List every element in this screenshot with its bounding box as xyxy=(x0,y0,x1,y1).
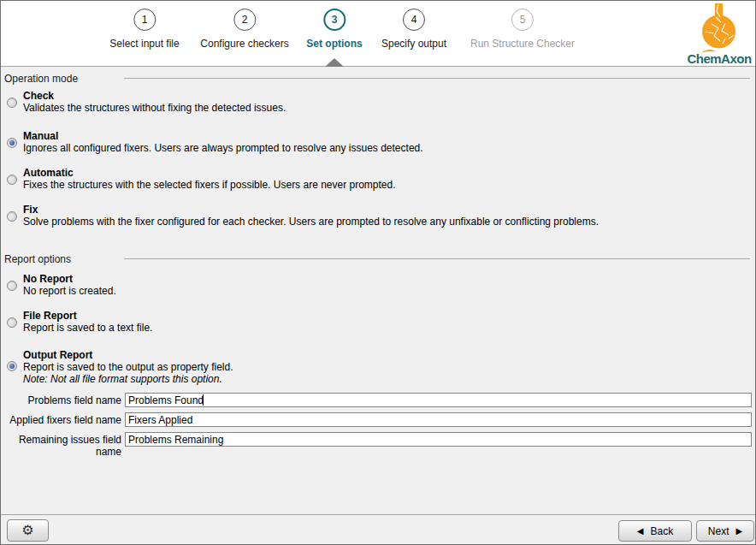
option-no-report-description: No report is created. xyxy=(23,285,116,297)
step-1-label: Select input file xyxy=(109,38,179,50)
option-output-report-title: Output Report xyxy=(23,349,233,361)
step-2-label: Configure checkers xyxy=(200,38,288,50)
structure-checker-wizard-window: 1 Select input file 2 Configure checkers… xyxy=(0,0,756,545)
gear-icon: ⚙ xyxy=(21,524,33,537)
option-output-report: Output Report Report is saved to the out… xyxy=(23,349,233,385)
option-automatic-description: Fixes the structures with the selected f… xyxy=(23,179,396,191)
option-output-report-description: Report is saved to the output as propert… xyxy=(23,361,233,373)
option-check-description: Validates the structures without fixing … xyxy=(23,102,286,114)
step-3-circle: 3 xyxy=(323,9,346,31)
step-2-circle: 2 xyxy=(233,9,256,31)
back-arrow-icon: ◀ xyxy=(637,527,644,536)
step-5-circle: 5 xyxy=(511,9,534,31)
option-file-report: File Report Report is saved to a text fi… xyxy=(23,310,152,334)
step-select-input-file[interactable]: 1 Select input file xyxy=(109,9,179,50)
back-button[interactable]: ◀ Back xyxy=(618,520,692,542)
option-manual-description: Ignores all configured fixers. Users are… xyxy=(23,142,423,154)
remaining-issues-field-name-label: Remaining issues field name xyxy=(1,434,121,458)
option-check: Check Validates the structures without f… xyxy=(23,90,286,114)
radio-manual[interactable] xyxy=(7,138,17,148)
chemaxon-logo: ChemAxon xyxy=(687,3,752,66)
next-button-label: Next xyxy=(708,525,729,537)
option-fix-description: Solve problems with the fixer configured… xyxy=(23,216,599,228)
problems-field-name-input[interactable] xyxy=(125,393,752,407)
option-manual: Manual Ignores all configured fixers. Us… xyxy=(23,130,423,154)
radio-file-report[interactable] xyxy=(7,317,17,328)
radio-output-report[interactable] xyxy=(7,361,17,371)
radio-check[interactable] xyxy=(7,98,17,108)
footer-separator xyxy=(1,514,755,515)
report-options-group-separator xyxy=(124,258,750,259)
logo-text: ChemAxon xyxy=(687,51,752,66)
step-3-label: Set options xyxy=(306,38,362,50)
option-no-report: No Report No report is created. xyxy=(23,273,116,297)
option-output-report-note: Note: Not all file format supports this … xyxy=(23,373,233,385)
option-file-report-title: File Report xyxy=(23,310,152,322)
radio-automatic[interactable] xyxy=(7,175,17,185)
next-arrow-icon: ▶ xyxy=(735,527,742,536)
radio-no-report[interactable] xyxy=(7,281,17,291)
step-4-circle: 4 xyxy=(403,9,425,31)
wizard-step-header: 1 Select input file 2 Configure checkers… xyxy=(1,1,755,67)
option-file-report-description: Report is saved to a text file. xyxy=(23,322,152,334)
step-run-structure-checker: 5 Run Structure Checker xyxy=(470,9,575,50)
text-caret xyxy=(203,394,204,406)
step-configure-checkers[interactable]: 2 Configure checkers xyxy=(200,9,288,50)
option-no-report-title: No Report xyxy=(23,273,116,285)
step-4-label: Specify output xyxy=(381,38,446,50)
step-specify-output[interactable]: 4 Specify output xyxy=(381,9,446,50)
option-manual-title: Manual xyxy=(23,130,423,142)
option-fix: Fix Solve problems with the fixer config… xyxy=(23,204,599,228)
option-check-title: Check xyxy=(23,90,286,102)
step-5-label: Run Structure Checker xyxy=(470,38,575,50)
option-automatic-title: Automatic xyxy=(23,167,396,179)
report-options-group-label: Report options xyxy=(4,253,71,265)
operation-mode-group-separator xyxy=(124,78,750,79)
flask-icon xyxy=(694,3,744,50)
step-1-circle: 1 xyxy=(133,9,156,31)
settings-button[interactable]: ⚙ xyxy=(7,519,49,542)
next-button[interactable]: Next ▶ xyxy=(696,520,754,542)
option-fix-title: Fix xyxy=(23,204,599,216)
back-button-label: Back xyxy=(651,525,674,537)
active-step-pointer-triangle xyxy=(325,58,344,67)
operation-mode-group-label: Operation mode xyxy=(4,73,78,85)
remaining-issues-field-name-input[interactable] xyxy=(125,432,752,447)
problems-field-name-label: Problems field name xyxy=(1,394,121,406)
step-set-options[interactable]: 3 Set options xyxy=(306,9,362,50)
option-automatic: Automatic Fixes the structures with the … xyxy=(23,167,396,191)
applied-fixers-field-name-input[interactable] xyxy=(125,412,752,427)
applied-fixers-field-name-label: Applied fixers field name xyxy=(1,414,121,426)
radio-fix[interactable] xyxy=(7,211,17,222)
